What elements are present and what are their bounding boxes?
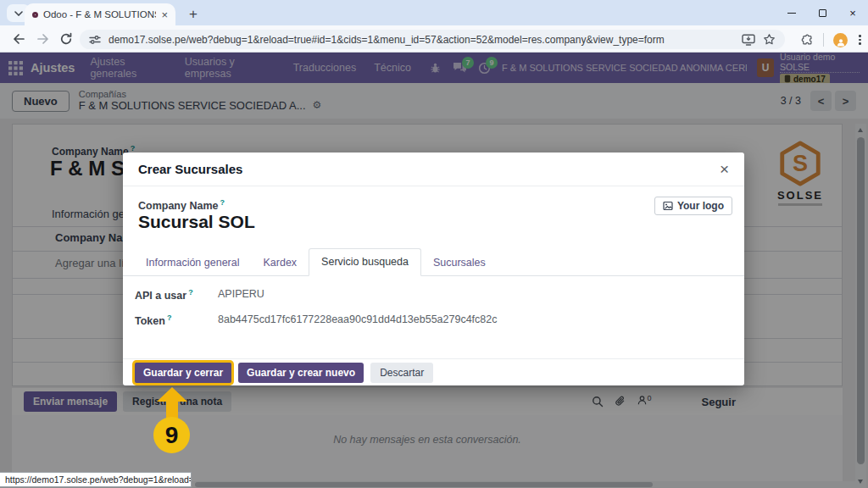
tab-informacion-general[interactable]: Información general bbox=[134, 250, 251, 276]
browser-menu-icon[interactable] bbox=[857, 33, 863, 47]
chevron-down-icon bbox=[14, 11, 23, 16]
discard-button[interactable]: Descartar bbox=[370, 363, 433, 383]
modal-company-name-value[interactable]: Sucursal SOL bbox=[138, 212, 255, 232]
annotation-step-badge: 9 bbox=[153, 417, 190, 453]
screen: Odoo - F & M SOLUTIONS SER × + × demo17.… bbox=[0, 0, 868, 488]
tab-kardex[interactable]: Kardex bbox=[251, 250, 309, 276]
help-icon: ? bbox=[167, 313, 172, 322]
url-bar[interactable]: demo17.solse.pe/web?debug=1&reload=true#… bbox=[80, 30, 785, 49]
tab-servicio-busqueda[interactable]: Servicio busqueda bbox=[309, 248, 421, 276]
modal-tabs: Información general Kardex Servicio busq… bbox=[123, 248, 744, 276]
minimize-button[interactable] bbox=[776, 0, 807, 25]
browser-tab[interactable]: Odoo - F & M SOLUTIONS SER × bbox=[25, 3, 175, 25]
token-field-value[interactable]: 8ab4475cd17fc6177228eaa90c91dd4d13eb55a2… bbox=[218, 313, 497, 327]
image-icon bbox=[663, 201, 673, 211]
profile-avatar[interactable] bbox=[833, 33, 848, 47]
create-branch-modal: Crear Sucursales × Company Name? Sucursa… bbox=[123, 152, 744, 385]
field-row-api: API a usar? APIPERU bbox=[135, 288, 264, 302]
tab-title: Odoo - F & M SOLUTIONS SER bbox=[43, 9, 156, 19]
url-text[interactable]: demo17.solse.pe/web?debug=1&reload=true#… bbox=[108, 34, 734, 46]
save-and-new-button[interactable]: Guardar y crear nuevo bbox=[238, 363, 364, 383]
modal-close-icon[interactable]: × bbox=[720, 161, 729, 177]
forward-button[interactable] bbox=[36, 32, 50, 46]
restore-icon bbox=[819, 9, 826, 17]
modal-header: Crear Sucursales × bbox=[123, 152, 744, 186]
extensions-icon[interactable] bbox=[801, 34, 814, 47]
modal-title: Crear Sucursales bbox=[138, 162, 242, 176]
back-button[interactable] bbox=[12, 32, 25, 46]
tab-close-icon[interactable]: × bbox=[161, 9, 168, 20]
field-row-token: Token? 8ab4475cd17fc6177228eaa90c91dd4d1… bbox=[135, 313, 497, 327]
restore-button[interactable] bbox=[807, 0, 837, 25]
window-controls: × bbox=[776, 0, 868, 25]
close-window-button[interactable]: × bbox=[837, 0, 868, 25]
modal-footer: Guardar y cerrar Guardar y crear nuevo D… bbox=[123, 358, 744, 385]
modal-company-name-label: Company Name? bbox=[138, 198, 225, 212]
api-field-value[interactable]: APIPERU bbox=[218, 288, 264, 302]
save-and-close-button[interactable]: Guardar y cerrar bbox=[135, 363, 231, 383]
your-logo-button[interactable]: Your logo bbox=[654, 197, 732, 215]
new-tab-button[interactable]: + bbox=[182, 3, 204, 25]
site-settings-icon[interactable] bbox=[89, 34, 101, 46]
tab-sucursales[interactable]: Sucursales bbox=[421, 250, 498, 276]
token-field-label: Token? bbox=[135, 313, 218, 327]
help-icon: ? bbox=[188, 288, 193, 297]
status-bar-link: https://demo17.solse.pe/web?debug=1&relo… bbox=[0, 472, 192, 487]
minimize-icon bbox=[787, 13, 796, 14]
toolbar-right bbox=[801, 27, 863, 53]
reload-button[interactable] bbox=[59, 32, 73, 46]
browser-titlebar: Odoo - F & M SOLUTIONS SER × + × bbox=[0, 0, 868, 25]
help-icon: ? bbox=[220, 198, 225, 207]
odoo-favicon-icon bbox=[32, 12, 38, 18]
bookmark-star-icon[interactable] bbox=[763, 33, 776, 46]
send-to-device-icon[interactable] bbox=[742, 34, 755, 46]
toolbar-divider bbox=[823, 33, 824, 47]
api-field-label: API a usar? bbox=[135, 288, 218, 302]
